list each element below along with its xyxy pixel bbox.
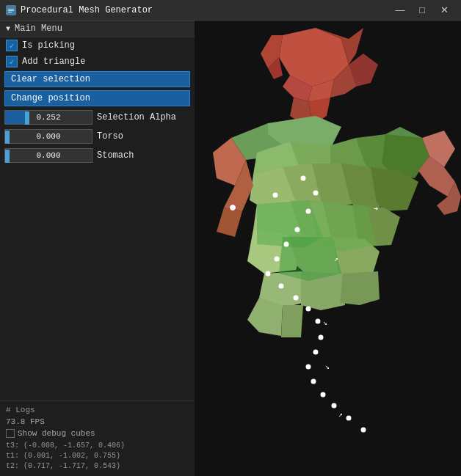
log-entry-1: t1: (0.001, -1.002, 0.755) [6, 451, 189, 461]
title-bar: Procedural Mesh Generator — □ ✕ [0, 0, 461, 21]
is-picking-checkbox[interactable]: ✓ [6, 40, 18, 51]
check-icon: ✓ [10, 41, 15, 51]
stomach-value: 0.000 [5, 151, 92, 160]
svg-point-57 [266, 271, 271, 277]
stomach-label: Stomach [97, 150, 190, 161]
main-content: ▼ Main Menu ✓ Is picking ✓ Add triangle … [0, 21, 461, 476]
is-picking-label: Is picking [22, 40, 75, 51]
selection-alpha-slider[interactable]: 0.252 [4, 110, 92, 125]
maximize-button[interactable]: □ [411, 0, 433, 21]
svg-text:↘: ↘ [323, 318, 327, 326]
mesh-svg: ➜ ↗ ↘ ↘ ↗ [195, 21, 461, 476]
svg-point-51 [301, 176, 306, 181]
svg-point-65 [311, 379, 316, 384]
left-panel: ▼ Main Menu ✓ Is picking ✓ Add triangle … [0, 21, 195, 476]
add-triangle-label: Add triangle [22, 56, 85, 67]
window-controls: — □ ✕ [389, 0, 455, 21]
log-entry-0: t3: (-0.008, -1.657, 0.406) [6, 441, 189, 451]
logs-header: # Logs [6, 406, 189, 414]
log-entry-2: t2: (0.717, -1.717, 0.543) [6, 461, 189, 472]
fps-label: 73.8 FPS [6, 417, 189, 426]
panel-header: ▼ Main Menu [0, 21, 195, 37]
panel-title: Main Menu [15, 23, 62, 34]
app-icon [6, 5, 16, 15]
logs-section: # Logs 73.8 FPS Show debug cubes t3: (-0… [0, 400, 195, 476]
svg-point-63 [313, 350, 319, 355]
svg-rect-3 [8, 12, 12, 12]
viewport[interactable]: ➜ ↗ ↘ ↘ ↗ [195, 21, 461, 476]
svg-point-69 [361, 428, 366, 433]
clear-selection-button[interactable]: Clear selection [4, 71, 190, 87]
window-title: Procedural Mesh Generator [21, 5, 389, 15]
svg-point-49 [230, 205, 236, 210]
svg-rect-2 [8, 10, 14, 11]
svg-point-60 [306, 307, 311, 312]
minimize-button[interactable]: — [389, 0, 411, 21]
change-position-button[interactable]: Change position [4, 90, 190, 106]
panel-arrow-icon: ▼ [6, 25, 10, 33]
torso-row: 0.000 Torso [0, 127, 195, 146]
svg-point-61 [316, 319, 321, 324]
svg-text:↘: ↘ [325, 362, 330, 370]
add-triangle-row[interactable]: ✓ Add triangle [0, 54, 195, 70]
selection-alpha-value: 0.252 [5, 113, 92, 122]
svg-point-58 [279, 284, 284, 289]
mesh-canvas: ➜ ↗ ↘ ↘ ↗ [195, 21, 461, 476]
svg-point-50 [273, 193, 278, 198]
torso-value: 0.000 [5, 132, 92, 141]
selection-alpha-row: 0.252 Selection Alpha [0, 108, 195, 127]
svg-point-68 [346, 416, 352, 421]
stomach-slider[interactable]: 0.000 [4, 148, 92, 163]
svg-point-56 [275, 257, 280, 262]
svg-point-59 [294, 296, 299, 301]
is-picking-row[interactable]: ✓ Is picking [0, 37, 195, 54]
svg-rect-1 [8, 9, 14, 10]
svg-point-55 [284, 242, 289, 247]
svg-point-53 [306, 209, 311, 214]
selection-alpha-label: Selection Alpha [97, 112, 190, 122]
svg-point-62 [319, 335, 324, 340]
svg-point-52 [313, 191, 319, 196]
show-debug-checkbox[interactable] [6, 429, 15, 438]
svg-marker-45 [281, 305, 303, 337]
show-debug-row[interactable]: Show debug cubes [6, 429, 189, 438]
svg-text:↗: ↗ [334, 255, 338, 263]
close-button[interactable]: ✕ [433, 0, 455, 21]
add-triangle-checkbox[interactable]: ✓ [6, 56, 18, 67]
svg-point-66 [321, 392, 326, 398]
svg-point-67 [332, 403, 337, 409]
torso-label: Torso [97, 131, 190, 142]
show-debug-label: Show debug cubes [18, 429, 95, 438]
torso-slider[interactable]: 0.000 [4, 129, 92, 144]
svg-text:↗: ↗ [338, 410, 343, 418]
svg-point-54 [295, 227, 300, 232]
check-icon-2: ✓ [10, 57, 15, 67]
svg-text:➜: ➜ [374, 205, 378, 213]
svg-point-64 [306, 365, 311, 370]
svg-marker-43 [340, 271, 380, 305]
stomach-row: 0.000 Stomach [0, 146, 195, 165]
